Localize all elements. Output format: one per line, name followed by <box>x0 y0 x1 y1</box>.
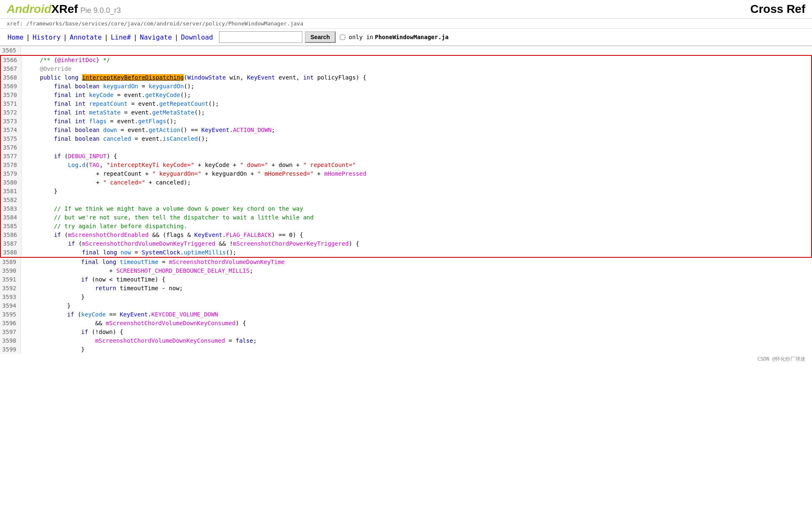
logo-version: Pie 9.0.0_r3 <box>80 6 121 15</box>
only-in-checkbox[interactable] <box>340 35 345 40</box>
nav-history[interactable]: History <box>30 33 63 41</box>
table-row: 3568 public long interceptKeyBeforeDispa… <box>1 73 811 82</box>
footer: CSDN @怀化纱厂球迷 <box>0 354 812 364</box>
table-row: 3585 // try again later before dispatchi… <box>1 222 811 231</box>
table-row: 3582 <box>1 196 811 204</box>
table-row: 3583 // If we think we might have a volu… <box>1 204 811 213</box>
nav-line[interactable]: Line# <box>108 33 133 41</box>
table-row: 3580 + " canceled=" + canceled); <box>1 178 811 187</box>
table-row: 3599 } <box>0 345 812 354</box>
only-in-filename: PhoneWindowManager.ja <box>375 34 448 40</box>
nav-download[interactable]: Download <box>178 33 215 41</box>
breadcrumb: xref: /frameworks/base/services/core/jav… <box>0 19 812 29</box>
header-title: Cross Ref <box>750 2 805 16</box>
table-row: 3578 Log.d(TAG, "interceptKeyTi keyCode=… <box>1 161 811 169</box>
table-row: 3577 if (DEBUG_INPUT) { <box>1 152 811 161</box>
nav-home[interactable]: Home <box>5 33 26 41</box>
table-row: 3570 final int keyCode = event.getKeyCod… <box>1 91 811 100</box>
table-row: 3595 if (keyCode == KeyEvent.KEYCODE_VOL… <box>0 310 812 319</box>
highlighted-code-block: 3566 /** {@inheritDoc} */ 3567 @Override… <box>0 55 812 258</box>
table-row: 3591 if (now < timeoutTime) { <box>0 275 812 284</box>
header-logo: Android XRef Pie 9.0.0_r3 <box>7 2 121 16</box>
table-row: 3576 <box>1 143 811 152</box>
logo-xref: XRef <box>51 2 78 16</box>
table-row: 3566 /** {@inheritDoc} */ <box>1 56 811 65</box>
code-area: 3565 3566 /** {@inheritDoc} */ 3567 @Ove… <box>0 46 812 354</box>
table-row: 3581 } <box>1 187 811 196</box>
nav-navigate[interactable]: Navigate <box>137 33 174 41</box>
only-in-label: only in PhoneWindowManager.ja <box>340 34 448 40</box>
table-row: 3579 + repeatCount + " keyguardOn=" + ke… <box>1 169 811 178</box>
table-row: 3589 final long timeoutTime = mScreensho… <box>0 258 812 266</box>
table-row: 3593 } <box>0 293 812 301</box>
table-row: 3594 } <box>0 301 812 310</box>
table-row: 3592 return timeoutTime - now; <box>0 284 812 293</box>
table-row: 3584 // but we're not sure, then tell th… <box>1 213 811 222</box>
table-row: 3588 final long now = SystemClock.uptime… <box>1 248 811 257</box>
table-row: 3573 final int flags = event.getFlags(); <box>1 117 811 126</box>
table-row: 3590 + SCREENSHOT_CHORD_DEBOUNCE_DELAY_M… <box>0 266 812 275</box>
footer-watermark: CSDN @怀化纱厂球迷 <box>757 356 805 362</box>
table-row: 3569 final boolean keyguardOn = keyguard… <box>1 82 811 91</box>
table-row: 3596 && mScreenshotChordVolumeDownKeyCon… <box>0 319 812 328</box>
table-row: 3575 final boolean canceled = event.isCa… <box>1 134 811 143</box>
table-row: 3571 final int repeatCount = event.getRe… <box>1 100 811 108</box>
table-row: 3572 final int metaState = event.getMeta… <box>1 108 811 117</box>
table-row: 3597 if (!down) { <box>0 328 812 336</box>
logo-android: Android <box>7 2 51 16</box>
search-button[interactable]: Search <box>305 31 336 43</box>
nav-annotate[interactable]: Annotate <box>67 33 104 41</box>
table-row: 3567 @Override <box>1 65 811 73</box>
search-input[interactable] <box>219 31 302 43</box>
table-row: 3586 if (mScreenshotChordEnabled && (fla… <box>1 231 811 239</box>
navbar: Home | History | Annotate | Line# | Navi… <box>0 29 812 46</box>
table-row: 3587 if (mScreenshotChordVolumeDownKeyTr… <box>1 239 811 248</box>
table-row: 3598 mScreenshotChordVolumeDownKeyConsum… <box>0 336 812 345</box>
table-row: 3574 final boolean down = event.getActio… <box>1 126 811 134</box>
header: Android XRef Pie 9.0.0_r3 Cross Ref <box>0 0 812 19</box>
table-row: 3565 <box>0 46 812 55</box>
